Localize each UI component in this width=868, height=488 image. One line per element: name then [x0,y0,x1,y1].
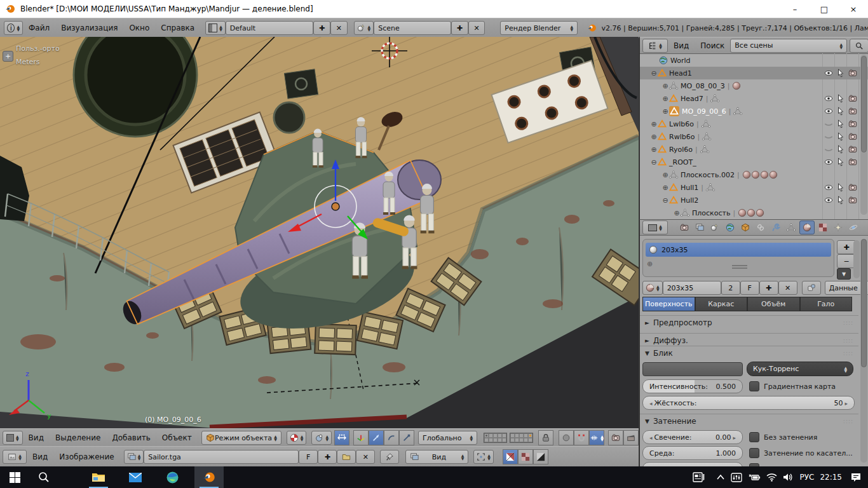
tab-physics[interactable] [846,221,860,234]
3d-viewport[interactable]: z y Польз.-орто Meters (0) MO_09_00_6 + [0,37,639,428]
visibility-eye-icon[interactable] [824,107,833,116]
screen-layout-name[interactable]: Default [226,21,314,35]
pivot-select-image[interactable]: ▲▼ [473,450,494,464]
panel-specular[interactable]: ▼Блик:::: [640,346,858,360]
mixer-settings-icon[interactable] [731,473,742,482]
outliner-item-ryol6o[interactable]: ⊕ Ryol6o| [640,143,868,156]
manipulator-axis-button[interactable] [353,430,369,445]
visibility-eye-icon[interactable] [824,158,833,166]
render-opengl-anim-button[interactable] [623,430,639,445]
material-pin-button[interactable] [802,281,821,295]
layers-group-2[interactable] [510,433,533,443]
selectability-cursor-icon[interactable] [836,69,845,78]
outliner-item-head7[interactable]: ⊕ Head7| [640,92,868,105]
renderability-camera-icon[interactable] [848,145,857,154]
tab-world[interactable] [723,221,737,234]
tab-render-layers[interactable] [693,221,707,234]
taskbar-mail-button[interactable] [121,466,150,488]
tray-expand-chevron[interactable] [716,474,725,480]
material-specials-menu[interactable]: ▼ [837,268,851,280]
ambient-slider[interactable]: Среда:1.000 [642,446,743,460]
collapse-icon[interactable]: ⊖ [650,158,658,166]
slot-add-icon[interactable]: ⊕ [647,260,653,268]
panel-preview[interactable]: ►Предпросмотр:::: [640,315,858,330]
scene-icon[interactable]: ▲▼ [354,21,374,35]
renderability-camera-icon[interactable] [848,183,857,192]
tab-constraints[interactable] [754,221,768,234]
renderability-camera-icon[interactable] [848,132,857,141]
tab-material[interactable] [799,220,815,234]
menu-help[interactable]: Справка [155,24,200,32]
outliner-item-hull1[interactable]: ⊕ Hull1| [640,181,868,194]
expand-icon[interactable]: ⊕ [650,120,658,128]
menu-render[interactable]: Визуализация [55,24,123,32]
draw-z-buffer-button[interactable] [533,449,548,464]
manipulator-translate-button[interactable] [369,430,384,445]
expand-icon[interactable]: ⊕ [661,82,669,90]
renderability-camera-icon[interactable] [848,94,857,103]
menu-file[interactable]: Файл [23,24,55,32]
v3d-menu-view[interactable]: Вид [23,433,50,442]
tab-render[interactable] [677,221,691,234]
material-slot-selected[interactable]: 203x35 [646,243,831,257]
close-button[interactable]: × [839,0,868,18]
expand-icon[interactable]: ⊕ [661,184,669,192]
properties-scrollbar[interactable] [860,239,867,463]
type-halo-button[interactable]: Гало [800,297,853,311]
type-surface-button[interactable]: Поверхность [642,297,695,311]
outliner-item-world[interactable]: World [640,54,868,67]
editor-type-button-3dview[interactable]: ▲▼ [3,431,23,445]
material-users-count[interactable]: 2 [721,281,740,295]
renderability-camera-icon[interactable] [848,196,857,205]
scene-add-button[interactable]: ✚ [451,21,468,35]
tab-modifiers[interactable] [769,221,783,234]
specular-shader-select[interactable]: Кук-Торренс▲▼ [747,362,853,376]
type-wire-button[interactable]: Каркас [695,297,748,311]
outliner-item-mo08[interactable]: ⊕ MO_08_00_3| [640,79,868,92]
manipulator-scale-button[interactable] [399,430,414,445]
v3d-menu-object[interactable]: Объект [156,433,198,442]
manipulator-toggle[interactable] [334,430,349,445]
shadeless-checkbox[interactable] [749,432,759,442]
tab-particles[interactable] [831,221,845,234]
image-pin-button[interactable] [380,450,399,464]
visibility-eye-icon[interactable] [824,94,833,103]
expand-icon[interactable]: ⊕ [650,133,658,141]
editor-type-button-outliner[interactable]: ▲▼ [642,39,668,53]
menu-window[interactable]: Окно [123,24,155,32]
selectability-cursor-icon[interactable] [836,183,845,192]
taskbar-edge-button[interactable] [158,466,187,488]
tab-texture[interactable] [816,221,830,234]
toolbar-expand-tab[interactable]: + [3,51,13,62]
draw-color-alpha-button[interactable] [503,449,518,464]
slot-list-scrollbar[interactable] [853,240,860,278]
taskbar-search-button[interactable] [29,466,58,488]
type-volume-button[interactable]: Объём [747,297,800,311]
selectability-cursor-icon[interactable] [836,119,845,128]
material-browse-button[interactable]: ▲▼ [642,281,663,295]
proportional-edit-button[interactable] [559,430,574,445]
material-new-button[interactable]: ✚ [759,281,778,295]
renderability-camera-icon[interactable] [848,119,857,128]
maximize-button[interactable]: □ [810,0,839,18]
list-resize-grip[interactable] [732,265,747,266]
outliner-scrollbar[interactable] [860,55,867,215]
notification-center-icon[interactable] [850,472,862,482]
image-unlink-button[interactable]: ✕ [356,450,375,464]
tangent-checkbox[interactable] [749,448,759,458]
visibility-eye-closed-icon[interactable] [824,119,833,128]
image-fake-user-button[interactable]: F [299,450,318,464]
expand-icon[interactable]: ⊕ [650,146,658,154]
editor-type-button-properties[interactable]: ▲▼ [642,220,668,234]
image-datablock-icon[interactable]: ▲▼ [124,450,144,464]
visibility-eye-icon[interactable] [824,196,833,205]
visibility-eye-closed-icon[interactable] [824,145,833,154]
outliner-item-rwlb6o[interactable]: ⊕ Rwlb6o| [640,130,868,143]
image-view-mode-select[interactable]: Вид▲▼ [405,450,468,464]
viewport-shading-select[interactable]: ▲▼ [287,431,307,445]
img-menu-view[interactable]: Вид [27,452,53,461]
selectability-cursor-icon[interactable] [836,158,845,166]
tab-object-data[interactable] [784,221,798,234]
visibility-eye-icon[interactable] [824,69,833,78]
outliner-item-ploskost002[interactable]: ⊕ Плоскость.002| [640,168,868,181]
